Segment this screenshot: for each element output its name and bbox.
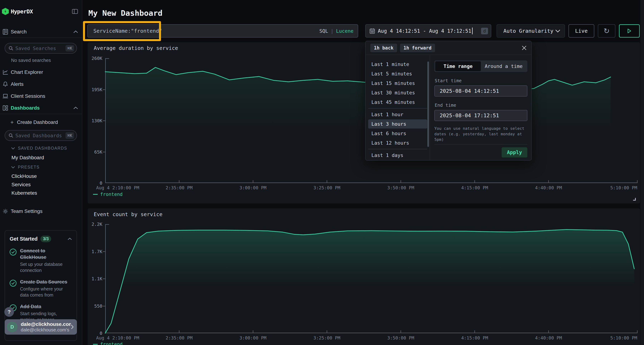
team-settings-label: Team Settings bbox=[11, 208, 42, 214]
tab-around-a-time[interactable]: Around a time bbox=[481, 61, 526, 71]
y-tick-mark bbox=[103, 152, 105, 152]
y-tick-label: 1.7K bbox=[92, 249, 102, 254]
sidebar-item-chart-explorer[interactable]: Chart Explorer bbox=[0, 67, 82, 77]
divider bbox=[0, 37, 82, 38]
sidebar-item-my-dashboard[interactable]: My Dashboard bbox=[12, 155, 44, 161]
lucene-toggle[interactable]: Lucene bbox=[336, 28, 354, 34]
panel-resize-handle[interactable] bbox=[633, 198, 636, 201]
search-section-icon bbox=[0, 29, 11, 35]
saved-dashboards-input[interactable]: Saved Dashboards ⌘K bbox=[5, 130, 77, 141]
time-option-last-12-hours[interactable]: Last 12 hours bbox=[368, 138, 427, 147]
chart-title: Average duration by service bbox=[94, 45, 178, 51]
close-icon[interactable] bbox=[522, 45, 527, 50]
user-email: dale@clickhouse.com bbox=[21, 322, 71, 327]
play-icon bbox=[627, 28, 632, 33]
checklist-item[interactable]: Create Data SourcesConfigure where your … bbox=[10, 279, 72, 298]
shift-forward-button[interactable]: 1h forward bbox=[400, 44, 435, 52]
granularity-value: Auto Granularity bbox=[504, 28, 553, 34]
section-presets[interactable]: PRESETS bbox=[11, 165, 40, 170]
time-option-last-15-minutes[interactable]: Last 15 minutes bbox=[368, 79, 427, 88]
x-tick-label: 4:40:00 PM bbox=[535, 185, 562, 190]
sidebar-item-alerts[interactable]: Alerts bbox=[0, 79, 82, 89]
granularity-select[interactable]: Auto Granularity bbox=[496, 24, 565, 37]
get-started-title: Get Started bbox=[10, 236, 38, 242]
time-picker-panel: 1h back 1h forward Last 1 minuteLast 5 m… bbox=[365, 41, 532, 161]
live-button[interactable]: Live bbox=[568, 24, 594, 37]
x-tick-label: 2:35:00 PM bbox=[166, 335, 193, 341]
chevron-down-icon bbox=[11, 147, 15, 150]
calendar-icon bbox=[370, 28, 375, 34]
x-tick-label: 4:15:00 PM bbox=[461, 185, 488, 190]
legend-series-label: frontend bbox=[100, 192, 122, 197]
x-tick-label: 5:10:00 PM bbox=[610, 335, 637, 341]
refresh-button[interactable]: ↻ bbox=[598, 24, 616, 37]
time-option-last-45-minutes[interactable]: Last 45 minutes bbox=[368, 98, 427, 107]
check-icon bbox=[10, 280, 16, 287]
plus-icon: + bbox=[10, 119, 14, 126]
text-caret bbox=[472, 27, 472, 34]
nav-label: Client Sessions bbox=[11, 93, 45, 99]
x-tick-label: 3:00:00 PM bbox=[240, 335, 266, 341]
avatar: D bbox=[7, 322, 18, 332]
sidebar-item-clickhouse[interactable]: ClickHouse bbox=[12, 173, 37, 179]
start-time-input[interactable]: 2025-08-04 14:12:51 bbox=[434, 85, 527, 96]
legend-line-swatch bbox=[93, 194, 98, 195]
section-saved-dashboards[interactable]: SAVED DASHBOARDS bbox=[11, 146, 67, 151]
x-tick-label: 3:50:00 PM bbox=[387, 335, 414, 341]
shift-back-button[interactable]: 1h back bbox=[370, 44, 397, 52]
run-query-button[interactable] bbox=[619, 24, 640, 37]
x-tick-label: 4:15:00 PM bbox=[461, 335, 488, 341]
chevron-up-icon[interactable] bbox=[68, 238, 72, 240]
time-option-last-5-minutes[interactable]: Last 5 minutes bbox=[368, 69, 427, 78]
tab-time-range[interactable]: Time range bbox=[435, 61, 481, 71]
list-scrollbar[interactable] bbox=[427, 61, 429, 147]
check-icon bbox=[10, 249, 16, 256]
chart-legend[interactable]: frontend bbox=[93, 342, 122, 345]
apply-button[interactable]: Apply bbox=[502, 147, 527, 157]
time-option-last-1-days[interactable]: Last 1 days bbox=[368, 151, 427, 160]
sidebar: HyperDX Search Saved Searches ⌘K No save… bbox=[0, 0, 82, 345]
sidebar-item-kubernetes[interactable]: Kubernetes bbox=[12, 190, 37, 196]
y-tick-label: 1.1K bbox=[92, 276, 102, 281]
nav-label-active: Dashboards bbox=[11, 105, 40, 111]
time-option-last-6-hours[interactable]: Last 6 hours bbox=[368, 129, 427, 138]
sidebar-item-client-sessions[interactable]: Client Sessions bbox=[0, 91, 82, 101]
create-dashboard-button[interactable]: + Create Dashboard bbox=[0, 118, 82, 127]
page-scrollbar[interactable] bbox=[640, 0, 644, 345]
sidebar-item-search[interactable]: Search bbox=[0, 27, 82, 36]
user-menu[interactable]: D dale@clickhouse.com dale@clickhouse.co… bbox=[5, 319, 77, 335]
checklist-item[interactable]: Connect to ClickHouseSet up your databas… bbox=[10, 248, 72, 273]
sidebar-collapse-icon[interactable] bbox=[72, 9, 78, 14]
sidebar-item-team-settings[interactable]: Team Settings bbox=[0, 207, 82, 216]
time-option-last-1-hour[interactable]: Last 1 hour bbox=[368, 110, 427, 119]
chart-legend[interactable]: frontend bbox=[93, 192, 122, 197]
time-option-last-3-hours[interactable]: Last 3 hours bbox=[368, 119, 427, 128]
saved-searches-input[interactable]: Saved Searches ⌘K bbox=[5, 43, 77, 54]
search-label: Search bbox=[11, 29, 27, 35]
search-query-input[interactable]: ServiceName:"frontend" SQL | Lucene bbox=[87, 24, 358, 37]
time-picker-form: Time range Around a time Start time 2025… bbox=[430, 55, 531, 160]
time-range-input[interactable]: Aug 4 14:12:51 - Aug 4 17:12:51 d bbox=[365, 24, 491, 37]
search-query-value: ServiceName:"frontend" bbox=[94, 28, 319, 34]
help-button[interactable]: ? bbox=[4, 307, 14, 317]
chevron-down-icon bbox=[11, 166, 15, 169]
time-option-last-1-minute[interactable]: Last 1 minute bbox=[368, 60, 427, 69]
laptop-icon bbox=[0, 94, 11, 99]
sidebar-item-dashboards[interactable]: Dashboards bbox=[0, 103, 82, 113]
y-tick-label: 195K bbox=[92, 87, 102, 92]
chart-title: Event count by service bbox=[94, 211, 162, 217]
y-tick-label: 260K bbox=[92, 56, 102, 61]
sidebar-item-services[interactable]: Services bbox=[12, 182, 30, 188]
chevron-down-icon bbox=[555, 29, 560, 32]
nav-label: Alerts bbox=[11, 81, 24, 87]
get-started-header[interactable]: Get Started 3/3 bbox=[10, 236, 72, 242]
chart-plot[interactable]: 05501.1K1.7K2.2KAug 4 2:10:00 PM2:35:00 … bbox=[105, 224, 637, 333]
no-saved-searches-note: No saved searches bbox=[11, 57, 51, 63]
sql-toggle[interactable]: SQL bbox=[319, 28, 328, 34]
x-tick-label: 3:25:00 PM bbox=[314, 185, 340, 190]
time-option-last-30-minutes[interactable]: Last 30 minutes bbox=[368, 88, 427, 97]
relative-time-list: Last 1 minuteLast 5 minutesLast 15 minut… bbox=[366, 55, 430, 160]
progress-badge: 3/3 bbox=[40, 236, 51, 242]
end-time-input[interactable]: 2025-08-04 17:12:51 bbox=[434, 110, 527, 121]
y-tick-label: 0 bbox=[100, 181, 102, 186]
